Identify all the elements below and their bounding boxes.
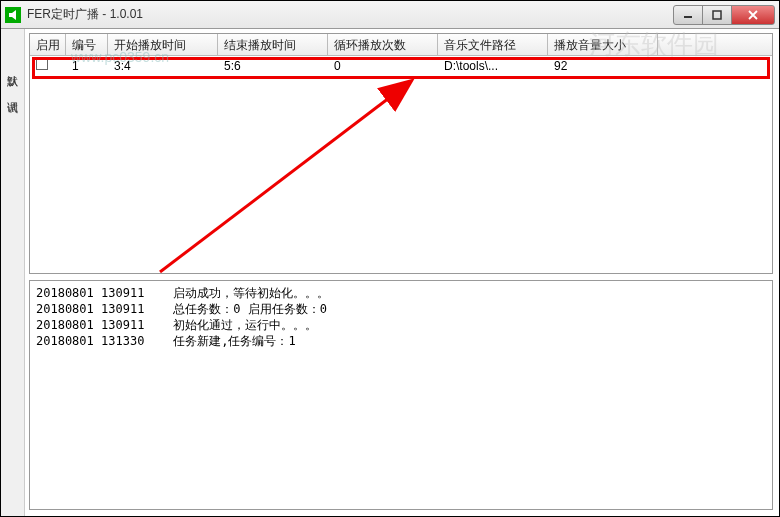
- log-line: 20180801 130911 初始化通过，运行中。。。: [36, 318, 317, 332]
- log-output[interactable]: 20180801 130911 启动成功，等待初始化。。。 20180801 1…: [29, 280, 773, 510]
- table-header: 启用 编号 开始播放时间 结束播放时间 循环播放次数 音乐文件路径 播放音量大小: [30, 34, 772, 56]
- tab-debug[interactable]: 调试: [3, 85, 22, 101]
- cell-loop: 0: [328, 57, 438, 75]
- app-icon: [5, 7, 21, 23]
- task-table: 启用 编号 开始播放时间 结束播放时间 循环播放次数 音乐文件路径 播放音量大小…: [29, 33, 773, 274]
- svg-line-2: [160, 82, 410, 272]
- col-header-enable[interactable]: 启用: [30, 34, 66, 55]
- window-controls: [674, 5, 775, 25]
- log-line: 20180801 131330 任务新建,任务编号：1: [36, 334, 296, 348]
- log-line: 20180801 130911 总任务数：0 启用任务数：0: [36, 302, 327, 316]
- col-header-path[interactable]: 音乐文件路径: [438, 34, 548, 55]
- col-header-volume[interactable]: 播放音量大小: [548, 34, 658, 55]
- close-button[interactable]: [731, 5, 775, 25]
- maximize-button[interactable]: [702, 5, 732, 25]
- col-header-start[interactable]: 开始播放时间: [108, 34, 218, 55]
- content-area: 默认 调试 启用 编号 开始播放时间 结束播放时间 循环播放次数 音乐文件路径 …: [1, 29, 779, 516]
- log-line: 20180801 130911 启动成功，等待初始化。。。: [36, 286, 329, 300]
- minimize-button[interactable]: [673, 5, 703, 25]
- cell-enable[interactable]: [30, 56, 66, 75]
- window-title: FER定时广播 - 1.0.01: [27, 6, 674, 23]
- tab-default[interactable]: 默认: [3, 59, 22, 75]
- cell-end: 5:6: [218, 57, 328, 75]
- left-tab-strip: 默认 调试: [1, 29, 25, 516]
- annotation-arrow: [150, 72, 430, 274]
- cell-start: 3:4: [108, 57, 218, 75]
- title-bar: FER定时广播 - 1.0.01: [1, 1, 779, 29]
- main-panel: 启用 编号 开始播放时间 结束播放时间 循环播放次数 音乐文件路径 播放音量大小…: [25, 29, 779, 516]
- cell-volume: 92: [548, 57, 658, 75]
- svg-rect-1: [713, 11, 721, 19]
- cell-id: 1: [66, 57, 108, 75]
- col-header-end[interactable]: 结束播放时间: [218, 34, 328, 55]
- enable-checkbox[interactable]: [36, 58, 48, 70]
- table-row[interactable]: 1 3:4 5:6 0 D:\tools\... 92: [30, 56, 772, 76]
- cell-path: D:\tools\...: [438, 57, 548, 75]
- col-header-id[interactable]: 编号: [66, 34, 108, 55]
- col-header-loop[interactable]: 循环播放次数: [328, 34, 438, 55]
